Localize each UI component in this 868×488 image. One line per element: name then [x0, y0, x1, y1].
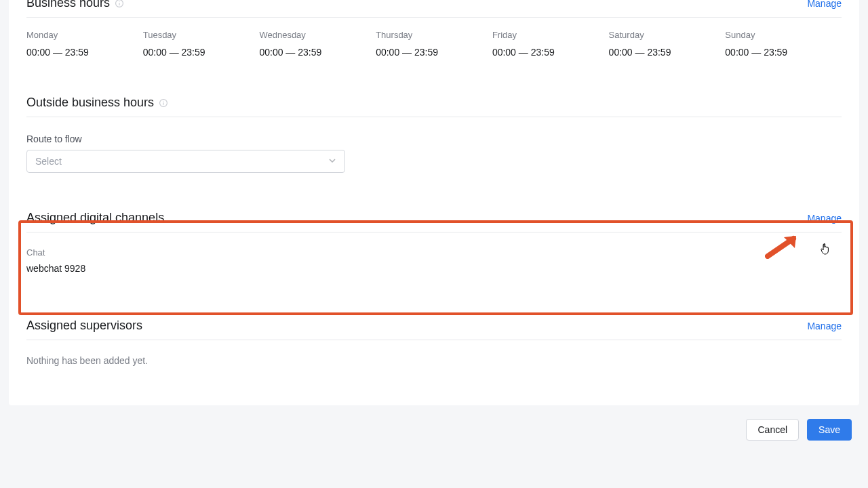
day-range: 00:00 — 23:59: [259, 47, 376, 58]
day-column: Monday00:00 — 23:59: [26, 30, 143, 58]
day-label: Monday: [26, 30, 143, 40]
day-label: Saturday: [609, 30, 726, 40]
day-range: 00:00 — 23:59: [376, 47, 492, 58]
channels-title: Assigned digital channels: [26, 211, 164, 225]
cancel-button[interactable]: Cancel: [746, 419, 799, 441]
svg-point-4: [163, 101, 164, 102]
business-hours-section: Business hours Manage Monday00:00 — 23:5…: [26, 0, 842, 64]
day-column: Tuesday00:00 — 23:59: [143, 30, 260, 58]
route-to-flow-label: Route to flow: [26, 134, 842, 144]
day-label: Friday: [492, 30, 609, 40]
day-range: 00:00 — 23:59: [725, 47, 842, 58]
info-icon: [159, 98, 168, 108]
supervisors-manage-link[interactable]: Manage: [807, 321, 842, 331]
svg-point-1: [119, 1, 120, 2]
supervisors-empty-text: Nothing has been added yet.: [26, 355, 842, 366]
business-hours-title: Business hours: [26, 0, 110, 10]
day-range: 00:00 — 23:59: [143, 47, 260, 58]
footer-actions: Cancel Save: [0, 405, 868, 463]
day-column: Saturday00:00 — 23:59: [609, 30, 726, 58]
day-column: Friday00:00 — 23:59: [492, 30, 609, 58]
day-column: Sunday00:00 — 23:59: [725, 30, 842, 58]
chat-label: Chat: [26, 247, 842, 258]
outside-hours-title: Outside business hours: [26, 96, 154, 110]
day-label: Wednesday: [259, 30, 376, 40]
chat-value: webchat 9928: [26, 263, 842, 274]
chevron-down-icon: [328, 156, 336, 167]
day-label: Thursday: [376, 30, 492, 40]
select-placeholder: Select: [35, 156, 62, 167]
supervisors-section: Assigned supervisors Manage Nothing has …: [26, 319, 842, 405]
day-label: Tuesday: [143, 30, 260, 40]
channels-manage-link[interactable]: Manage: [807, 213, 842, 224]
day-range: 00:00 — 23:59: [26, 47, 143, 58]
route-to-flow-select[interactable]: Select: [26, 150, 345, 173]
day-range: 00:00 — 23:59: [492, 47, 609, 58]
day-column: Wednesday00:00 — 23:59: [259, 30, 376, 58]
day-range: 00:00 — 23:59: [609, 47, 726, 58]
day-column: Thursday00:00 — 23:59: [376, 30, 492, 58]
day-label: Sunday: [725, 30, 842, 40]
save-button[interactable]: Save: [807, 419, 852, 441]
info-icon: [115, 0, 124, 8]
channels-section: Assigned digital channels Manage Chat we…: [26, 211, 842, 287]
business-hours-manage-link[interactable]: Manage: [807, 0, 842, 9]
outside-hours-section: Outside business hours Route to flow Sel…: [26, 96, 842, 180]
supervisors-title: Assigned supervisors: [26, 319, 142, 333]
